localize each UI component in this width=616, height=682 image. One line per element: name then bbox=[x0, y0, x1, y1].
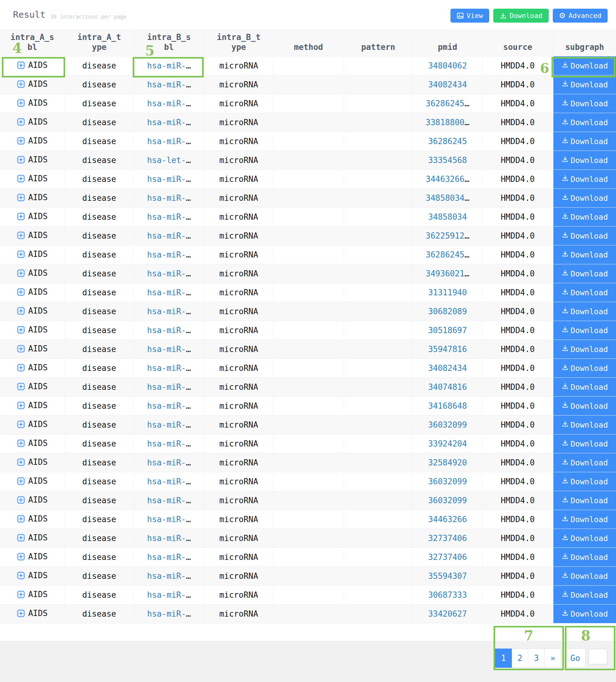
intra-b-sbl-link[interactable]: hsa-miR- bbox=[147, 194, 186, 203]
row-download-button[interactable]: Download bbox=[553, 302, 616, 321]
row-download-button[interactable]: Download bbox=[553, 378, 616, 396]
pmid-link[interactable]: 36225912 bbox=[426, 231, 464, 241]
view-button[interactable]: View bbox=[450, 9, 489, 23]
expand-row-icon[interactable] bbox=[17, 250, 25, 258]
expand-row-icon[interactable] bbox=[17, 364, 25, 371]
expand-row-icon[interactable] bbox=[17, 591, 25, 598]
intra-b-sbl-link[interactable]: hsa-miR- bbox=[147, 552, 186, 562]
pmid-link[interactable]: 33420627 bbox=[428, 609, 467, 618]
row-download-button[interactable]: Download bbox=[553, 151, 616, 169]
expand-row-icon[interactable] bbox=[17, 80, 25, 88]
row-download-button[interactable]: Download bbox=[553, 94, 616, 113]
pmid-link[interactable]: 34168648 bbox=[428, 401, 467, 411]
row-download-button[interactable]: Download bbox=[553, 113, 616, 132]
row-download-button[interactable]: Download bbox=[553, 208, 616, 226]
row-download-button[interactable]: Download bbox=[553, 396, 616, 415]
pmid-link[interactable]: 34074816 bbox=[428, 382, 467, 392]
intra-b-sbl-link[interactable]: hsa-miR- bbox=[147, 590, 186, 599]
pmid-link[interactable]: 30518697 bbox=[428, 326, 467, 335]
row-download-button[interactable]: Download bbox=[553, 340, 616, 359]
pmid-link[interactable]: 30687333 bbox=[428, 590, 467, 599]
intra-b-sbl-link[interactable]: hsa-miR- bbox=[147, 269, 186, 278]
expand-row-icon[interactable] bbox=[17, 439, 25, 447]
intra-b-sbl-link[interactable]: hsa-miR- bbox=[147, 175, 186, 184]
row-download-button[interactable]: Download bbox=[553, 567, 616, 585]
page-button-3[interactable]: 3 bbox=[528, 649, 545, 668]
advanced-button[interactable]: ⚙ Advanced bbox=[553, 9, 608, 23]
row-download-button[interactable]: Download bbox=[553, 529, 616, 547]
pmid-link[interactable]: 34858034 bbox=[428, 212, 467, 222]
pmid-link[interactable]: 33818800 bbox=[426, 118, 464, 127]
expand-row-icon[interactable] bbox=[17, 307, 25, 315]
pmid-link[interactable]: 34858034 bbox=[426, 194, 464, 203]
expand-row-icon[interactable] bbox=[17, 156, 25, 164]
expand-row-icon[interactable] bbox=[17, 288, 25, 296]
expand-row-icon[interactable] bbox=[17, 477, 25, 485]
row-download-button[interactable]: Download bbox=[553, 56, 616, 75]
intra-b-sbl-link[interactable]: hsa-miR- bbox=[147, 231, 186, 241]
intra-b-sbl-link[interactable]: hsa-miR- bbox=[147, 326, 186, 335]
expand-row-icon[interactable] bbox=[17, 326, 25, 334]
expand-row-icon[interactable] bbox=[17, 496, 25, 504]
expand-row-icon[interactable] bbox=[17, 194, 25, 201]
pmid-link[interactable]: 35947816 bbox=[428, 345, 467, 354]
next-page-button[interactable]: » bbox=[544, 649, 561, 668]
expand-row-icon[interactable] bbox=[17, 515, 25, 523]
pmid-link[interactable]: 36286245 bbox=[426, 250, 464, 259]
row-download-button[interactable]: Download bbox=[553, 434, 616, 453]
intra-b-sbl-link[interactable]: hsa-let- bbox=[147, 156, 186, 165]
row-download-button[interactable]: Download bbox=[553, 245, 616, 264]
pmid-link[interactable]: 32584920 bbox=[428, 458, 467, 467]
pmid-link[interactable]: 36286245 bbox=[428, 137, 467, 146]
expand-row-icon[interactable] bbox=[17, 137, 25, 145]
row-download-button[interactable]: Download bbox=[553, 510, 616, 529]
intra-b-sbl-link[interactable]: hsa-miR- bbox=[147, 118, 186, 127]
page-button-2[interactable]: 2 bbox=[511, 649, 528, 668]
row-download-button[interactable]: Download bbox=[553, 132, 616, 151]
intra-b-sbl-link[interactable]: hsa-miR- bbox=[147, 382, 186, 392]
intra-b-sbl-link[interactable]: hsa-miR- bbox=[147, 345, 186, 354]
page-button-1[interactable]: 1 bbox=[495, 649, 512, 668]
row-download-button[interactable]: Download bbox=[553, 264, 616, 283]
row-download-button[interactable]: Download bbox=[553, 472, 616, 491]
row-download-button[interactable]: Download bbox=[553, 359, 616, 378]
intra-b-sbl-link[interactable]: hsa-miR- bbox=[147, 288, 186, 297]
row-download-button[interactable]: Download bbox=[553, 227, 616, 245]
go-button[interactable]: Go bbox=[565, 649, 586, 668]
intra-b-sbl-link[interactable]: hsa-miR- bbox=[147, 515, 186, 524]
pmid-link[interactable]: 36032099 bbox=[428, 420, 467, 430]
expand-row-icon[interactable] bbox=[17, 99, 25, 107]
row-download-button[interactable]: Download bbox=[553, 189, 616, 207]
expand-row-icon[interactable] bbox=[17, 553, 25, 561]
pmid-link[interactable]: 34082434 bbox=[428, 80, 467, 89]
pmid-link[interactable]: 33354568 bbox=[428, 156, 467, 165]
pmid-link[interactable]: 36032099 bbox=[428, 477, 467, 486]
intra-b-sbl-link[interactable]: hsa-miR- bbox=[147, 458, 186, 467]
row-download-button[interactable]: Download bbox=[553, 586, 616, 604]
row-download-button[interactable]: Download bbox=[553, 605, 616, 623]
pmid-link[interactable]: 32737406 bbox=[428, 533, 467, 543]
expand-row-icon[interactable] bbox=[17, 610, 25, 617]
expand-row-icon[interactable] bbox=[17, 534, 25, 542]
pmid-link[interactable]: 31311940 bbox=[428, 288, 467, 297]
pmid-link[interactable]: 32737406 bbox=[428, 552, 467, 562]
expand-row-icon[interactable] bbox=[17, 458, 25, 466]
intra-b-sbl-link[interactable]: hsa-miR- bbox=[147, 80, 186, 89]
expand-row-icon[interactable] bbox=[17, 402, 25, 409]
intra-b-sbl-link[interactable]: hsa-miR- bbox=[147, 307, 186, 316]
expand-row-icon[interactable] bbox=[17, 572, 25, 579]
pmid-link[interactable]: 34463266 bbox=[428, 515, 467, 524]
pmid-link[interactable]: 36286245 bbox=[426, 99, 464, 108]
expand-row-icon[interactable] bbox=[17, 420, 25, 428]
pmid-link[interactable]: 34082434 bbox=[428, 363, 467, 373]
pmid-link[interactable]: 34936021 bbox=[426, 269, 464, 278]
intra-b-sbl-link[interactable]: hsa-miR- bbox=[147, 477, 186, 486]
expand-row-icon[interactable] bbox=[17, 212, 25, 220]
intra-b-sbl-link[interactable]: hsa-miR- bbox=[147, 420, 186, 430]
intra-b-sbl-link[interactable]: hsa-miR- bbox=[147, 496, 186, 505]
row-download-button[interactable]: Download bbox=[553, 453, 616, 472]
expand-row-icon[interactable] bbox=[17, 118, 25, 126]
pmid-link[interactable]: 36032099 bbox=[428, 496, 467, 505]
expand-row-icon[interactable] bbox=[17, 345, 25, 353]
pmid-link[interactable]: 34463266 bbox=[426, 175, 464, 184]
